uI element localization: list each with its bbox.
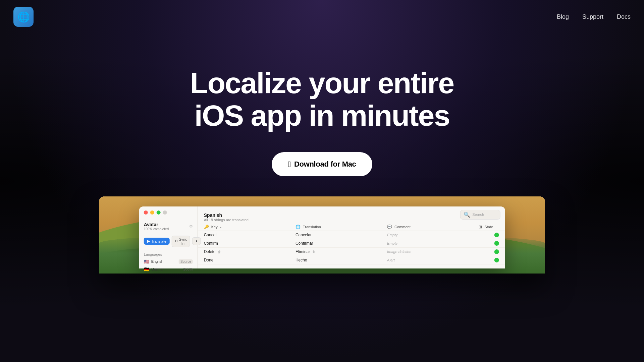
hero-section: Localize your entire iOS app in minutes … bbox=[0, 34, 644, 176]
key-sort-icon: ⌄ bbox=[219, 225, 222, 229]
translation-col-icon: 🌐 bbox=[296, 225, 301, 229]
row-confirm-key: Confirm bbox=[204, 241, 296, 246]
row-confirm-comment: Empty bbox=[387, 241, 479, 245]
th-comment-label: Comment bbox=[394, 225, 411, 229]
row-cancel-translation: Cancelar bbox=[296, 233, 387, 237]
sync-icon: ↻ bbox=[175, 239, 178, 243]
sidebar-lang-german[interactable]: 🇩🇪 German 100% bbox=[139, 265, 198, 273]
navbar: 🌐 Blog Support Docs bbox=[0, 0, 644, 34]
row-done-key: Done bbox=[204, 258, 296, 262]
extra-control bbox=[163, 210, 167, 215]
row-cancel-state bbox=[479, 233, 499, 237]
window-controls bbox=[144, 210, 167, 215]
table-row[interactable]: Confirm Confirmar Empty bbox=[198, 239, 505, 248]
state-col-icon: ⊞ bbox=[479, 225, 482, 229]
th-key: 🔑 Key ⌄ bbox=[204, 225, 296, 229]
row-confirm-state bbox=[479, 241, 499, 246]
app-window: Avatar 100% completed ⚙ ▶ Translate ↻ Sy… bbox=[99, 196, 545, 274]
th-key-label: Key bbox=[211, 225, 218, 229]
sidebar-actions: ▶ Translate ↻ Sync In ★ bbox=[139, 234, 198, 249]
german-flag: 🇩🇪 bbox=[144, 267, 149, 272]
trash-icon-translation: 🗑 bbox=[312, 250, 316, 253]
nav-docs[interactable]: Docs bbox=[617, 13, 631, 20]
german-info: 🇩🇪 German bbox=[144, 267, 165, 272]
row-cancel-key: Cancel bbox=[204, 233, 296, 237]
apple-icon:  bbox=[288, 160, 290, 169]
hero-title-line1: Localize your entire bbox=[190, 66, 454, 100]
main-header: Spanish All 19 strings are translated bbox=[198, 210, 505, 223]
sync-label: Sync In bbox=[179, 237, 187, 245]
nav-support[interactable]: Support bbox=[582, 13, 603, 20]
th-state-label: State bbox=[484, 225, 493, 229]
app-preview: Avatar 100% completed ⚙ ▶ Translate ↻ Sy… bbox=[0, 196, 644, 274]
th-translation: 🌐 Translation bbox=[296, 225, 387, 229]
key-col-icon: 🔑 bbox=[204, 225, 209, 229]
project-name: Avatar bbox=[144, 222, 169, 227]
table-row[interactable]: Delete 🗑 Eliminar 🗑 Image deletion bbox=[198, 248, 505, 256]
th-translation-label: Translation bbox=[303, 225, 321, 229]
state-dot-done bbox=[494, 258, 499, 262]
row-confirm-translation: Confirmar bbox=[296, 241, 387, 246]
english-info: 🇺🇸 English bbox=[144, 259, 163, 264]
app-panel: Avatar 100% completed ⚙ ▶ Translate ↻ Sy… bbox=[139, 206, 505, 268]
cta-container:  Download for Mac bbox=[0, 152, 644, 176]
logo[interactable]: 🌐 bbox=[13, 7, 34, 27]
gear-icon[interactable]: ⚙ bbox=[189, 224, 193, 229]
nav-links: Blog Support Docs bbox=[557, 13, 631, 20]
table-row[interactable]: Done Hecho Alert bbox=[198, 256, 505, 264]
hero-title-line2: iOS app in minutes bbox=[0, 100, 644, 132]
row-delete-comment: Image deletion bbox=[387, 250, 479, 254]
hero-title: Localize your entire iOS app in minutes bbox=[0, 67, 644, 132]
row-done-comment: Alert bbox=[387, 258, 479, 262]
row-cancel-comment: Empty bbox=[387, 233, 479, 237]
english-name: English bbox=[151, 259, 163, 263]
sidebar-project-info: Avatar 100% completed bbox=[144, 222, 169, 231]
main-project-title: Spanish bbox=[204, 213, 499, 218]
sidebar-lang-english[interactable]: 🇺🇸 English Source bbox=[139, 258, 198, 265]
sidebar: Avatar 100% completed ⚙ ▶ Translate ↻ Sy… bbox=[139, 206, 198, 268]
row-done-translation: Hecho bbox=[296, 258, 387, 262]
close-button[interactable] bbox=[144, 210, 148, 215]
cta-label: Download for Mac bbox=[294, 160, 356, 169]
translate-label: Translate bbox=[151, 239, 166, 243]
search-icon: 🔍 bbox=[464, 212, 470, 218]
translate-button[interactable]: ▶ Translate bbox=[144, 238, 170, 245]
minimize-button[interactable] bbox=[150, 210, 154, 215]
download-button[interactable]:  Download for Mac bbox=[272, 152, 372, 176]
sync-button[interactable]: ↻ Sync In bbox=[172, 236, 190, 247]
trash-icon: 🗑 bbox=[218, 250, 221, 254]
main-content: 🔍 Search Spanish All 19 strings are tran… bbox=[198, 206, 505, 268]
comment-col-icon: 💬 bbox=[387, 225, 392, 229]
play-icon: ▶ bbox=[147, 239, 150, 243]
logo-icon: 🌐 bbox=[13, 7, 34, 27]
english-flag: 🇺🇸 bbox=[144, 259, 149, 264]
german-name: German bbox=[151, 267, 165, 271]
fullscreen-button[interactable] bbox=[157, 210, 161, 215]
table-row[interactable]: Cancel Cancelar Empty bbox=[198, 231, 505, 239]
nav-blog[interactable]: Blog bbox=[557, 13, 569, 20]
row-delete-key: Delete 🗑 bbox=[204, 249, 296, 254]
state-dot-done bbox=[494, 233, 499, 237]
th-comment: 💬 Comment bbox=[387, 225, 479, 229]
sidebar-project: Avatar 100% completed ⚙ bbox=[139, 219, 198, 234]
state-dot-done bbox=[494, 249, 499, 254]
english-badge: Source bbox=[179, 259, 193, 264]
main-project-subtitle: All 19 strings are translated bbox=[204, 218, 499, 222]
row-delete-state bbox=[479, 249, 499, 254]
row-done-state bbox=[479, 258, 499, 262]
search-placeholder: Search bbox=[472, 213, 484, 217]
german-pct: 100% bbox=[183, 267, 193, 271]
row-delete-translation: Eliminar 🗑 bbox=[296, 249, 387, 254]
project-status: 100% completed bbox=[144, 227, 169, 231]
th-state: ⊞ State bbox=[479, 225, 499, 229]
languages-label: Languages bbox=[139, 249, 198, 258]
search-bar[interactable]: 🔍 Search bbox=[460, 210, 500, 220]
table-header: 🔑 Key ⌄ 🌐 Translation 💬 Comment ⊞ S bbox=[198, 223, 505, 231]
state-dot-done bbox=[494, 241, 499, 246]
